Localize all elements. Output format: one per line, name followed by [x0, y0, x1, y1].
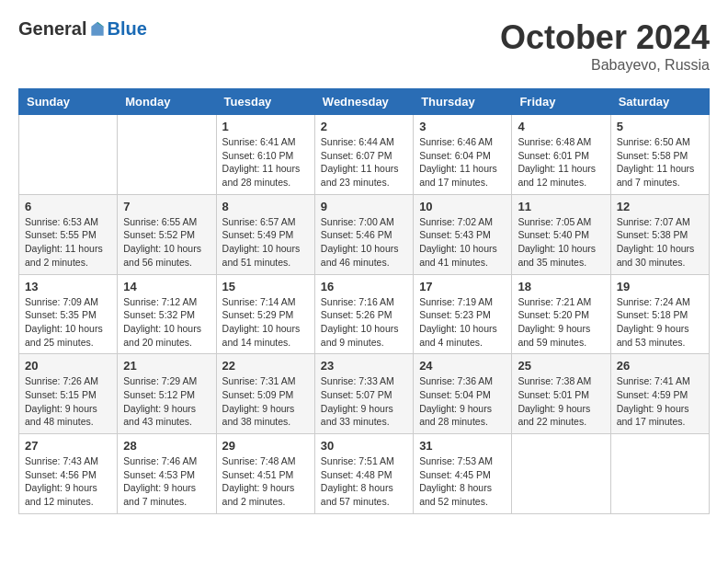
day-number: 26 [617, 359, 703, 373]
day-number: 10 [419, 200, 506, 213]
day-info: Sunrise: 7:43 AM Sunset: 4:56 PM Dayligh… [25, 454, 111, 509]
day-info: Sunrise: 7:36 AM Sunset: 5:04 PM Dayligh… [419, 374, 506, 429]
day-number: 24 [419, 359, 506, 373]
day-number: 22 [222, 359, 309, 373]
day-info: Sunrise: 7:19 AM Sunset: 5:23 PM Dayligh… [419, 295, 506, 350]
day-info: Sunrise: 7:24 AM Sunset: 5:18 PM Dayligh… [617, 295, 703, 350]
calendar-cell: 18Sunrise: 7:21 AM Sunset: 5:20 PM Dayli… [512, 274, 610, 354]
logo-blue: Blue [107, 18, 146, 40]
calendar-cell [118, 115, 216, 195]
day-number: 8 [222, 200, 309, 213]
calendar-table: SundayMondayTuesdayWednesdayThursdayFrid… [18, 88, 710, 514]
day-info: Sunrise: 7:12 AM Sunset: 5:32 PM Dayligh… [123, 295, 210, 350]
weekday-header: Wednesday [314, 89, 413, 115]
location: Babayevo, Russia [500, 57, 710, 74]
calendar-cell: 31Sunrise: 7:53 AM Sunset: 4:45 PM Dayli… [414, 434, 512, 514]
calendar-cell: 9Sunrise: 7:00 AM Sunset: 5:46 PM Daylig… [314, 194, 413, 274]
day-info: Sunrise: 6:53 AM Sunset: 5:55 PM Dayligh… [25, 215, 111, 270]
day-info: Sunrise: 7:31 AM Sunset: 5:09 PM Dayligh… [222, 374, 309, 429]
calendar-cell: 25Sunrise: 7:38 AM Sunset: 5:01 PM Dayli… [512, 354, 610, 434]
day-info: Sunrise: 7:51 AM Sunset: 4:48 PM Dayligh… [321, 454, 407, 509]
day-number: 3 [419, 120, 506, 133]
day-number: 18 [518, 280, 604, 293]
day-number: 7 [123, 200, 210, 213]
day-info: Sunrise: 7:21 AM Sunset: 5:20 PM Dayligh… [518, 295, 604, 350]
day-number: 2 [321, 120, 407, 133]
calendar-cell: 3Sunrise: 6:46 AM Sunset: 6:04 PM Daylig… [414, 115, 512, 195]
day-info: Sunrise: 6:41 AM Sunset: 6:10 PM Dayligh… [222, 135, 309, 190]
calendar-cell: 23Sunrise: 7:33 AM Sunset: 5:07 PM Dayli… [314, 354, 413, 434]
day-info: Sunrise: 6:44 AM Sunset: 6:07 PM Dayligh… [321, 135, 407, 190]
day-number: 1 [222, 120, 309, 133]
day-info: Sunrise: 6:48 AM Sunset: 6:01 PM Dayligh… [518, 135, 604, 190]
day-info: Sunrise: 7:00 AM Sunset: 5:46 PM Dayligh… [321, 215, 407, 270]
weekday-header: Sunday [19, 89, 118, 115]
calendar-cell: 2Sunrise: 6:44 AM Sunset: 6:07 PM Daylig… [314, 115, 413, 195]
day-info: Sunrise: 7:41 AM Sunset: 4:59 PM Dayligh… [617, 374, 703, 429]
calendar-cell: 7Sunrise: 6:55 AM Sunset: 5:52 PM Daylig… [118, 194, 216, 274]
calendar-cell: 11Sunrise: 7:05 AM Sunset: 5:40 PM Dayli… [512, 194, 610, 274]
day-number: 19 [617, 280, 703, 293]
calendar-cell [610, 434, 709, 514]
calendar-week-row: 27Sunrise: 7:43 AM Sunset: 4:56 PM Dayli… [19, 434, 710, 514]
day-info: Sunrise: 7:02 AM Sunset: 5:43 PM Dayligh… [419, 215, 506, 270]
calendar-cell: 12Sunrise: 7:07 AM Sunset: 5:38 PM Dayli… [610, 194, 709, 274]
day-number: 5 [617, 120, 703, 133]
day-number: 25 [518, 359, 604, 373]
day-number: 17 [419, 280, 506, 293]
calendar-cell: 20Sunrise: 7:26 AM Sunset: 5:15 PM Dayli… [19, 354, 118, 434]
calendar-week-row: 13Sunrise: 7:09 AM Sunset: 5:35 PM Dayli… [19, 274, 710, 354]
day-info: Sunrise: 7:09 AM Sunset: 5:35 PM Dayligh… [25, 295, 111, 350]
calendar-cell: 10Sunrise: 7:02 AM Sunset: 5:43 PM Dayli… [414, 194, 512, 274]
logo-general: General [18, 18, 86, 40]
calendar-cell: 30Sunrise: 7:51 AM Sunset: 4:48 PM Dayli… [314, 434, 413, 514]
weekday-header: Monday [118, 89, 216, 115]
day-number: 9 [321, 200, 407, 213]
calendar-cell [512, 434, 610, 514]
calendar-cell: 1Sunrise: 6:41 AM Sunset: 6:10 PM Daylig… [216, 115, 314, 195]
calendar-cell: 28Sunrise: 7:46 AM Sunset: 4:53 PM Dayli… [118, 434, 216, 514]
calendar-cell: 22Sunrise: 7:31 AM Sunset: 5:09 PM Dayli… [216, 354, 314, 434]
weekday-header: Saturday [610, 89, 709, 115]
calendar-cell: 29Sunrise: 7:48 AM Sunset: 4:51 PM Dayli… [216, 434, 314, 514]
day-number: 27 [25, 439, 111, 453]
calendar-cell: 21Sunrise: 7:29 AM Sunset: 5:12 PM Dayli… [118, 354, 216, 434]
day-info: Sunrise: 7:38 AM Sunset: 5:01 PM Dayligh… [518, 374, 604, 429]
calendar-cell: 16Sunrise: 7:16 AM Sunset: 5:26 PM Dayli… [314, 274, 413, 354]
calendar-cell [19, 115, 118, 195]
weekday-header: Friday [512, 89, 610, 115]
calendar-cell: 15Sunrise: 7:14 AM Sunset: 5:29 PM Dayli… [216, 274, 314, 354]
day-info: Sunrise: 7:05 AM Sunset: 5:40 PM Dayligh… [518, 215, 604, 270]
logo: General Blue [18, 18, 147, 40]
day-info: Sunrise: 6:46 AM Sunset: 6:04 PM Dayligh… [419, 135, 506, 190]
month-title: October 2024 [500, 18, 710, 57]
weekday-header-row: SundayMondayTuesdayWednesdayThursdayFrid… [19, 89, 710, 115]
day-info: Sunrise: 7:14 AM Sunset: 5:29 PM Dayligh… [222, 295, 309, 350]
day-number: 29 [222, 439, 309, 453]
day-info: Sunrise: 7:46 AM Sunset: 4:53 PM Dayligh… [123, 454, 210, 509]
day-number: 13 [25, 280, 111, 293]
day-info: Sunrise: 7:07 AM Sunset: 5:38 PM Dayligh… [617, 215, 703, 270]
day-number: 31 [419, 439, 506, 453]
day-number: 14 [123, 280, 210, 293]
title-block: October 2024 Babayevo, Russia [500, 18, 710, 74]
day-number: 15 [222, 280, 309, 293]
weekday-header: Thursday [414, 89, 512, 115]
day-info: Sunrise: 6:55 AM Sunset: 5:52 PM Dayligh… [123, 215, 210, 270]
calendar-cell: 19Sunrise: 7:24 AM Sunset: 5:18 PM Dayli… [610, 274, 709, 354]
calendar-cell: 17Sunrise: 7:19 AM Sunset: 5:23 PM Dayli… [414, 274, 512, 354]
day-info: Sunrise: 7:26 AM Sunset: 5:15 PM Dayligh… [25, 374, 111, 429]
calendar-cell: 8Sunrise: 6:57 AM Sunset: 5:49 PM Daylig… [216, 194, 314, 274]
day-number: 20 [25, 359, 111, 373]
day-number: 21 [123, 359, 210, 373]
day-number: 23 [321, 359, 407, 373]
day-info: Sunrise: 7:29 AM Sunset: 5:12 PM Dayligh… [123, 374, 210, 429]
calendar-cell: 13Sunrise: 7:09 AM Sunset: 5:35 PM Dayli… [19, 274, 118, 354]
day-number: 11 [518, 200, 604, 213]
day-number: 12 [617, 200, 703, 213]
logo-icon [88, 20, 107, 39]
day-info: Sunrise: 6:50 AM Sunset: 5:58 PM Dayligh… [617, 135, 703, 190]
day-info: Sunrise: 6:57 AM Sunset: 5:49 PM Dayligh… [222, 215, 309, 270]
calendar-week-row: 6Sunrise: 6:53 AM Sunset: 5:55 PM Daylig… [19, 194, 710, 274]
day-info: Sunrise: 7:16 AM Sunset: 5:26 PM Dayligh… [321, 295, 407, 350]
